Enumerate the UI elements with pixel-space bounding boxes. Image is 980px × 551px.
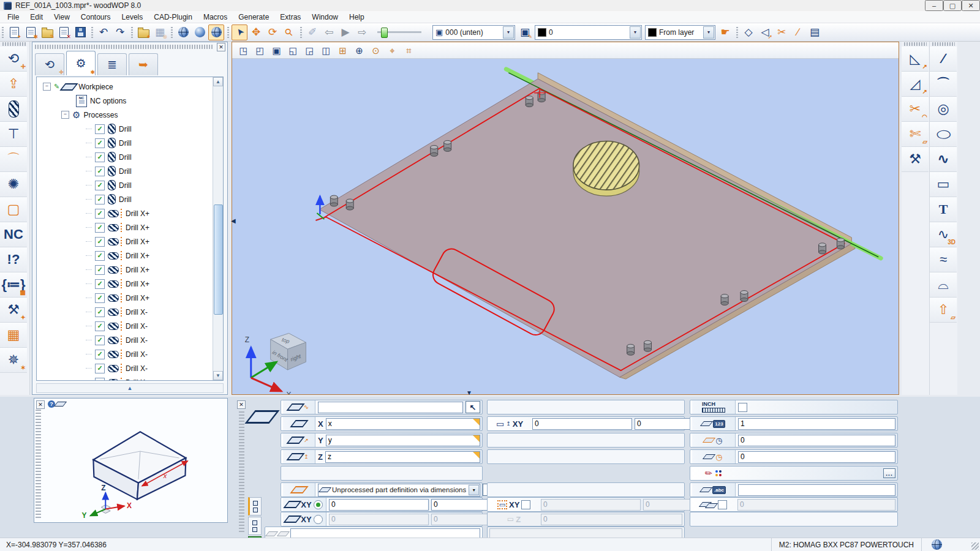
menu-item[interactable]: View (49, 12, 75, 23)
saw-blade-icon[interactable]: ✺ (0, 172, 27, 197)
tree-item-drill[interactable]: ✓ Drill X- (86, 375, 223, 381)
tab-contours[interactable]: ⟲✛ (35, 53, 64, 75)
panel-close-button[interactable]: ✕ (237, 400, 246, 409)
checkbox-checked[interactable]: ✓ (95, 209, 105, 219)
zoom-fit-icon[interactable]: ⊞ (335, 43, 350, 57)
checkbox-checked[interactable]: ✓ (95, 138, 105, 148)
select-cursor-icon[interactable]: ➤ (232, 24, 247, 40)
delete-file-icon[interactable]: ✕ (56, 24, 72, 40)
checkbox-checked[interactable]: ✓ (95, 279, 105, 289)
menu-item[interactable]: Levels (117, 12, 148, 23)
mirror-x-field[interactable] (541, 499, 641, 511)
offset-x-field[interactable] (532, 418, 632, 430)
color-dropdown[interactable]: 0 ▾ (535, 25, 642, 40)
checkbox-checked[interactable]: ✓ (95, 265, 105, 275)
checkbox-checked[interactable]: ✓ (95, 181, 105, 190)
close-button[interactable]: ✕ (962, 0, 980, 11)
variant-tab-1[interactable] (248, 497, 262, 515)
pan-view-icon[interactable]: ✥ (248, 24, 264, 40)
offset-z-field[interactable] (541, 514, 682, 525)
trim-tool-icon[interactable]: ⌒ (0, 147, 27, 172)
linetype-dropdown[interactable]: From layer ▾ (645, 25, 715, 40)
viewport-3d[interactable]: ◳◰▣◱◲◫⊞⊕⊙⌖⌗ ◀ ▼ (232, 42, 899, 395)
rotate-view-icon[interactable]: ⟳ (265, 24, 281, 40)
zoom-in-icon[interactable]: ⊕ (352, 43, 367, 57)
tree-item-drill[interactable]: ✓ Drill (86, 164, 223, 178)
more-options-button[interactable]: ... (883, 468, 895, 478)
view-wireframe-icon[interactable] (175, 24, 191, 40)
sim-step-back-icon[interactable]: ⇦ (321, 24, 337, 40)
tree-item-drill[interactable]: ✓ Drill X+ (86, 291, 223, 305)
view-side-icon[interactable]: ◫ (318, 43, 334, 57)
resize-grip[interactable] (971, 542, 979, 550)
contour-polygon-icon[interactable]: ◁➚ (757, 24, 773, 40)
trim-contour-icon[interactable]: ✂◠ (902, 97, 929, 122)
checkbox-checked[interactable]: ✓ (95, 307, 105, 317)
corner-x1-field[interactable] (329, 499, 429, 511)
thickness-z-field[interactable] (325, 451, 480, 463)
nc-program-icon[interactable]: NC (0, 222, 27, 247)
menu-item[interactable]: CAD-Plugin (149, 12, 197, 23)
variables-icon[interactable]: {≔}▦ (0, 272, 27, 298)
tree-item-drill[interactable]: ✓ Drill (86, 192, 223, 206)
tree-item-drill[interactable]: ✓ Drill X+ (86, 234, 223, 249)
chevron-down-icon[interactable]: ▾ (503, 26, 514, 39)
checkbox-checked[interactable]: ✓ (95, 335, 105, 345)
workpiece-board[interactable] (319, 79, 851, 377)
origin-workpiece-icon[interactable]: ⌖ (385, 43, 400, 57)
tree-item-drill[interactable]: ✓ Drill (86, 150, 223, 164)
maximize-button[interactable]: ▢ (943, 0, 962, 11)
variant-tab-2[interactable] (248, 517, 262, 535)
sweep-surface-icon[interactable]: ⌓ (930, 272, 957, 298)
undo-icon[interactable]: ↶ (96, 24, 111, 40)
chevron-down-icon[interactable]: ▾ (469, 485, 479, 495)
scale-tool-icon[interactable]: ◿↗ (902, 72, 929, 97)
drill-bit-icon[interactable] (0, 97, 27, 122)
checkbox-checked[interactable]: ✓ (95, 237, 105, 247)
corner-radio-unselected[interactable] (314, 515, 323, 524)
pocket-circle[interactable] (573, 141, 639, 196)
chevron-down-icon[interactable]: ▾ (703, 26, 714, 39)
checkbox-checked[interactable]: ✓ (95, 167, 105, 176)
redo-icon[interactable]: ↷ (112, 24, 128, 40)
checkbox-checked[interactable]: ✓ (95, 321, 105, 331)
menu-item[interactable]: Help (344, 12, 369, 23)
tree-item-drill[interactable]: ✓ Drill X+ (86, 206, 223, 220)
contour-reference-field[interactable] (318, 402, 463, 413)
origin-machine-icon[interactable]: ⌗ (401, 43, 417, 57)
view-iso-icon[interactable]: ◳ (236, 43, 251, 57)
simulation-speed-slider[interactable] (377, 31, 421, 33)
view-front-icon[interactable]: ◱ (285, 43, 301, 57)
tree-item-drill[interactable]: ✓ Drill (86, 178, 223, 192)
help-comment-icon[interactable]: !? (0, 247, 27, 272)
tree-item-drill[interactable]: ✓ Drill (86, 136, 223, 150)
view-cube[interactable]: top in front right (271, 333, 306, 370)
checkbox-checked[interactable]: ✓ (95, 251, 105, 261)
splitter-collapse-down-icon[interactable]: ▼ (466, 389, 472, 396)
draw-rectangle-icon[interactable]: ▭ (930, 172, 957, 197)
panel-drag-handle[interactable] (35, 45, 214, 49)
menu-item[interactable]: File (2, 12, 24, 23)
special-tool-icon[interactable]: ✵✶ (0, 348, 27, 373)
checkbox-checked[interactable]: ✓ (95, 195, 105, 204)
splitter-collapse-left-icon[interactable]: ◀ (231, 217, 236, 224)
minimize-button[interactable]: – (925, 0, 943, 11)
delete-contour-icon[interactable]: ✄▱ (902, 122, 929, 147)
tab-nc-list[interactable]: ≣ (97, 53, 127, 75)
new-from-template-icon[interactable]: ✱ (23, 24, 39, 40)
checkbox-checked[interactable]: ✓ (95, 293, 105, 303)
menu-item[interactable]: Contours (76, 12, 116, 23)
view-back-icon[interactable]: ◲ (302, 43, 317, 57)
pocket-tool-icon[interactable]: ▢ (0, 197, 27, 222)
draw-ellipse-icon[interactable]: ◯ (930, 122, 957, 147)
pick-properties-button[interactable]: ☛ (717, 24, 733, 40)
menu-item[interactable]: Edit (25, 12, 48, 23)
vertical-tool-icon[interactable]: ⊤ (0, 122, 27, 147)
tree-item-drill[interactable]: ✓ Drill X- (86, 361, 223, 375)
menu-item[interactable]: Extras (275, 12, 306, 23)
toolbar-drag-handle[interactable] (2, 42, 27, 46)
checkbox-checked[interactable]: ✓ (95, 378, 105, 381)
length-x-field[interactable] (326, 418, 480, 430)
layer-dropdown[interactable]: ▣ 000 (unten) ▾ (432, 25, 515, 40)
assign-layer-button[interactable]: ▣ ✎ (517, 24, 533, 40)
